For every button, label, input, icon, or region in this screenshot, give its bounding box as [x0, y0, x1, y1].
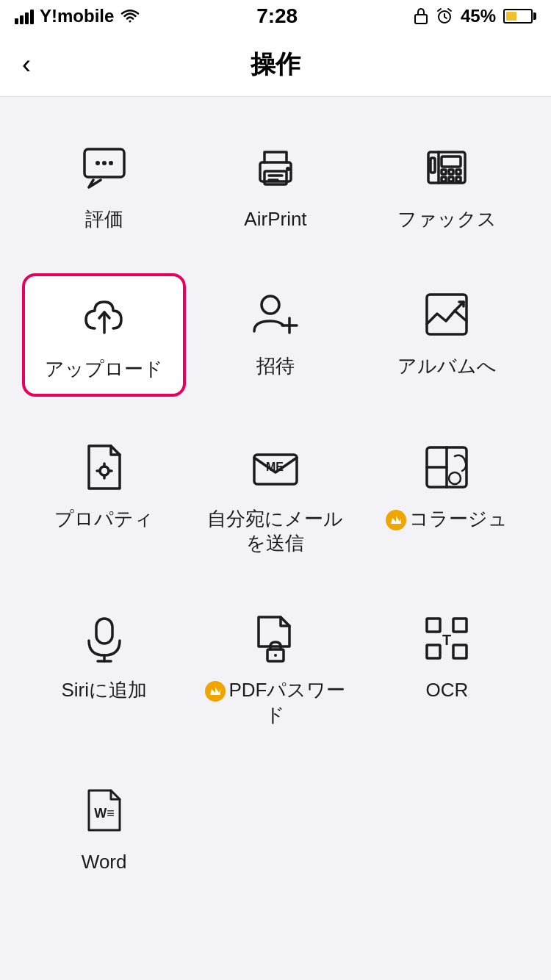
svg-rect-44 [427, 619, 440, 632]
svg-rect-16 [456, 170, 461, 174]
album-icon [417, 285, 476, 344]
svg-rect-0 [415, 15, 427, 24]
alarm-icon [436, 7, 453, 25]
collage-icon [417, 438, 476, 497]
ocr-label: OCR [425, 678, 468, 703]
signal-bars [15, 8, 34, 24]
email-self-label: 自分宛にメールを送信 [199, 507, 351, 557]
svg-rect-46 [427, 645, 440, 658]
grid-item-invite[interactable]: 招待 [193, 273, 357, 397]
svg-rect-38 [96, 619, 112, 644]
ocr-icon: T [417, 609, 476, 668]
svg-rect-14 [442, 170, 446, 174]
status-left: Y!mobile [15, 6, 140, 26]
email-self-icon: ME [246, 438, 305, 497]
upload-icon [75, 288, 134, 347]
grid-item-airprint[interactable]: AirPrint [193, 126, 357, 244]
svg-text:ME: ME [266, 461, 284, 473]
battery-percent: 45% [461, 6, 496, 26]
grid-item-properties[interactable]: プロパティ [22, 426, 186, 569]
airprint-label: AirPrint [244, 207, 306, 232]
svg-rect-20 [431, 158, 435, 173]
review-icon [75, 138, 134, 197]
svg-point-22 [262, 296, 279, 314]
svg-point-42 [274, 654, 277, 657]
properties-label: プロパティ [54, 507, 154, 532]
svg-text:T: T [442, 632, 451, 648]
grid-item-word[interactable]: W≡ Word [22, 769, 186, 887]
svg-point-36 [449, 472, 461, 484]
properties-icon [75, 438, 134, 497]
siri-label: Siriに追加 [61, 678, 147, 703]
crown-badge [386, 510, 406, 530]
svg-rect-17 [442, 177, 446, 181]
upload-label: アップロード [45, 357, 163, 382]
grid-item-upload[interactable]: アップロード [22, 273, 186, 397]
lock-icon [414, 7, 428, 25]
svg-point-4 [102, 161, 107, 165]
status-right: 45% [414, 6, 536, 26]
grid-item-fax[interactable]: ファックス [365, 126, 529, 244]
svg-rect-45 [453, 619, 467, 632]
album-label: アルバムへ [397, 354, 497, 379]
svg-text:W≡: W≡ [94, 806, 115, 821]
time-label: 7:28 [256, 4, 298, 28]
fax-icon [417, 138, 476, 197]
grid-item-album[interactable]: アルバムへ [365, 273, 529, 397]
grid-item-email-self[interactable]: ME 自分宛にメールを送信 [193, 426, 357, 569]
siri-icon [75, 609, 134, 668]
grid-item-review[interactable]: 評価 [22, 126, 186, 244]
grid-item-siri[interactable]: Siriに追加 [22, 597, 186, 740]
back-button[interactable]: ‹ [15, 42, 38, 87]
svg-point-26 [100, 466, 109, 475]
pdf-password-label: PDFパスワード [199, 678, 351, 728]
battery-icon [503, 9, 536, 24]
svg-point-8 [286, 167, 290, 171]
svg-rect-15 [449, 170, 453, 174]
actions-grid: 評価 AirPrint ファックス アップロード [0, 97, 551, 916]
review-label: 評価 [85, 207, 123, 232]
page-title: 操作 [251, 48, 300, 82]
airprint-icon [246, 138, 305, 197]
collage-label: コラージュ [386, 507, 508, 532]
invite-icon [246, 285, 305, 344]
fax-label: ファックス [397, 207, 497, 232]
grid-item-ocr[interactable]: T OCR [365, 597, 529, 740]
nav-bar: ‹ 操作 [0, 32, 551, 97]
svg-rect-13 [442, 156, 461, 167]
svg-rect-47 [453, 645, 467, 658]
grid-item-collage[interactable]: コラージュ [365, 426, 529, 569]
status-bar: Y!mobile 7:28 45% [0, 0, 551, 32]
svg-point-5 [109, 161, 113, 165]
invite-label: 招待 [256, 354, 295, 379]
svg-rect-18 [449, 177, 453, 181]
svg-point-3 [96, 161, 100, 165]
carrier-label: Y!mobile [40, 6, 114, 26]
wifi-icon [120, 8, 140, 24]
pdf-password-icon [246, 609, 305, 668]
word-icon: W≡ [75, 781, 134, 840]
svg-rect-19 [456, 177, 461, 181]
word-label: Word [82, 850, 127, 875]
crown-badge [205, 681, 226, 702]
grid-item-pdf-password[interactable]: PDFパスワード [193, 597, 357, 740]
